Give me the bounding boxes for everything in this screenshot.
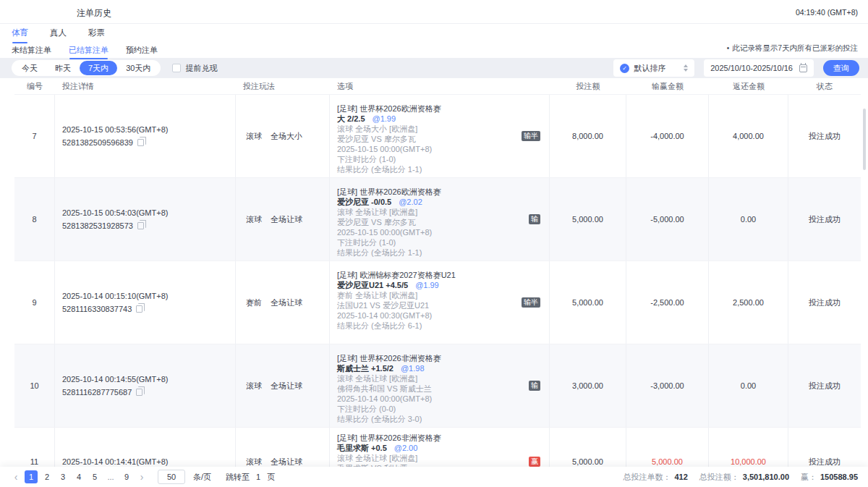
filter-bar: 今天昨天7天内30天内 提前兑现 ✓ 默认排序 2025/10/10-2025/… [0,58,868,78]
search-button[interactable]: 查询 [823,60,859,76]
result-badge: 输 [529,214,540,224]
stake-amount: 5,000.00 [550,261,626,344]
stake-amount: 3,000.00 [550,344,626,427]
sub-tabs: 未结算注单已结算注单预约注单 [12,45,158,59]
pick-selection: 大 2/2.5 [337,114,365,123]
nav-tab-体育[interactable]: 体育 [12,27,28,43]
copy-icon[interactable] [137,139,144,146]
pick-selection: 爱沙尼亚 -0/0.5 [337,198,391,206]
play-market: 全场让球 [271,381,302,391]
row-number: 8 [32,215,36,224]
pick-selection: 爱沙尼亚U21 +4.5/5 [337,281,408,289]
odds-value: @1.98 [401,364,425,373]
pagination-bar: ‹ 12345...9 › 条/页 跳转至 1 页 总投注单数： 412 总投注… [0,467,868,487]
summary-item: 总投注额： 3,501,810.00 [699,472,789,483]
summary-value: 412 [674,473,687,481]
early-cashout-checkbox-wrap[interactable]: 提前兑现 [172,63,217,74]
range-pill-7天内[interactable]: 7天内 [80,61,117,75]
table-row: 7 2025-10-15 00:53:56(GMT+8) 52813825095… [14,94,861,177]
sub-tab-未结算注单[interactable]: 未结算注单 [12,45,51,59]
order-id: 5281382531928573 [62,221,133,231]
page-button-5[interactable]: 5 [88,470,101,483]
range-pill-今天[interactable]: 今天 [13,61,46,75]
jump-control: 跳转至 1 页 [226,472,275,483]
date-range-picker[interactable]: 2025/10/10-2025/10/16 [704,59,814,77]
selection-detail-line: 滚球 全场大小 [欧洲盘] [337,124,549,134]
league-name: [足球] 世界杯2026欧洲资格赛 [337,103,549,114]
selection-detail-line: 下注时比分 (0-0) [337,404,549,414]
status-text: 投注成功 [788,344,861,427]
cell-play-type: 滚球全场让球 [236,344,330,427]
copy-icon[interactable] [136,305,142,313]
page-button-1[interactable]: 1 [25,470,38,483]
refund-amount: 4,000.00 [709,95,788,177]
table-row: 11 2025-10-14 00:14:41(GMT+8) 滚球全场让球 [足球… [14,427,861,467]
server-time: 04:19:40 (GMT+8) [796,8,858,17]
bet-time: 2025-10-15 00:53:56(GMT+8) [62,125,168,135]
copy-icon[interactable] [136,389,142,396]
stake-amount: 5,000.00 [550,428,626,467]
page-button-9[interactable]: 9 [120,470,133,483]
range-pill-昨天[interactable]: 昨天 [46,61,80,75]
checkbox-icon[interactable] [172,64,181,72]
page-size-input[interactable] [158,470,185,484]
page-button-3[interactable]: 3 [56,470,69,483]
copy-icon[interactable] [137,222,144,229]
right-filters: ✓ 默认排序 2025/10/10-2025/10/16 查询 [613,59,859,77]
notice-bullet-icon: • [727,44,730,52]
selection-detail-line: 下注时比分 (1-0) [337,237,549,247]
summary-label: 赢： [801,472,817,483]
cell-selection: [足球] 世界杯2026非洲资格赛 毛里求斯 +0.5@2.00 滚球 全场让球… [330,428,550,467]
selection-detail-line: 2025-10-15 00:00(GMT+8) [337,227,549,237]
date-range-pills: 今天昨天7天内30天内 [12,60,161,76]
bet-time: 2025-10-14 00:14:41(GMT+8) [62,457,168,467]
range-pill-30天内[interactable]: 30天内 [117,61,159,75]
refund-amount: 0.00 [709,178,788,261]
summary-item: 赢： 150588.95 [801,472,858,483]
odds-value: @1.99 [373,114,396,123]
column-header: 状态 [788,81,861,92]
selection-detail-line: 下注时比分 (1-0) [337,154,549,164]
order-id-line: 5281116330837743 [62,305,142,314]
selection-detail-lines: 滚球 全场让球 [欧洲盘]毛里求斯 VS 利比亚 [337,453,549,467]
summary-item: 总投注单数： 412 [623,472,687,483]
stake-amount: 5,000.00 [550,178,626,261]
selection-detail-line: 2025-10-14 00:00(GMT+8) [337,394,549,404]
top-bar: 注单历史 04:19:40 (GMT+8) [0,0,868,24]
league-name: [足球] 世界杯2026欧洲资格赛 [337,187,549,197]
selection-detail-line: 爱沙尼亚 VS 摩尔多瓦 [337,217,549,227]
league-name: [足球] 世界杯2026非洲资格赛 [337,353,549,363]
pick-line: 爱沙尼亚 -0/0.5@2.02 [337,197,549,207]
sort-dropdown[interactable]: ✓ 默认排序 [613,59,694,77]
play-market: 全场让球 [271,297,302,308]
page-button-2[interactable]: 2 [41,470,54,483]
jump-value[interactable]: 1 [256,473,260,481]
nav-tab-真人[interactable]: 真人 [50,27,67,43]
column-header: 投注玩法 [236,81,330,92]
pick-line: 毛里求斯 +0.5@2.00 [337,443,549,453]
table-body: 7 2025-10-15 00:53:56(GMT+8) 52813825095… [0,94,868,467]
sub-tab-预约注单[interactable]: 预约注单 [126,45,158,59]
vertical-scrollbar[interactable] [863,109,866,170]
jump-label: 跳转至 [226,472,250,483]
league-name: [足球] 欧洲锦标赛2027资格赛U21 [337,270,549,280]
nav-area: 体育真人彩票 未结算注单已结算注单预约注单 •此记录将显示7天内所有已派彩的投注 [0,24,868,58]
winloss-amount: -5,000.00 [626,178,709,261]
winloss-amount: -2,500.00 [626,261,709,344]
selection-detail-lines: 滚球 全场大小 [欧洲盘]爱沙尼亚 VS 摩尔多瓦2025-10-15 00:0… [337,124,549,174]
cell-row-number: 7 [14,95,55,177]
selection-detail-line: 2025-10-14 00:30(GMT+8) [337,310,549,321]
selection-detail-line: 法国U21 VS 爱沙尼亚U21 [337,300,549,310]
selection-detail-line: 滚球 全场让球 [欧洲盘] [337,373,549,384]
nav-tab-彩票[interactable]: 彩票 [88,27,105,43]
play-market: 全场大小 [271,131,302,142]
order-id: 5281382509596839 [62,138,133,148]
sub-tab-已结算注单[interactable]: 已结算注单 [69,45,109,59]
next-page-icon[interactable]: › [136,470,148,483]
cell-row-number: 9 [14,261,55,344]
cell-row-number: 10 [14,344,55,427]
prev-page-icon[interactable]: ‹ [10,470,22,483]
play-phase: 滚球 [246,457,262,467]
page-button-4[interactable]: 4 [72,470,85,483]
selection-detail-line: 2025-10-15 00:00(GMT+8) [337,144,549,154]
